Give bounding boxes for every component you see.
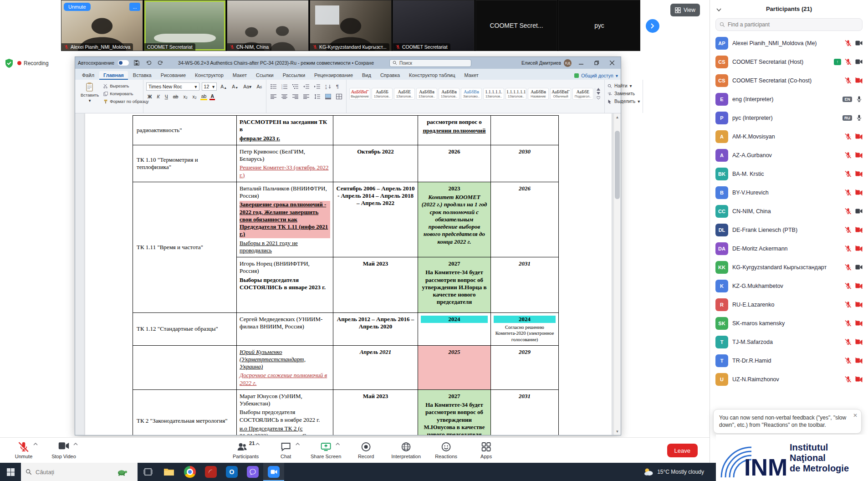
minimize-icon[interactable] [575,57,587,69]
style-card[interactable]: АаБбЕ1Заголов.. [394,88,415,100]
participant-row[interactable]: CS COOMET Secretariat (Host) ↑ [710,52,868,71]
find-button[interactable]: Найти▾ [608,82,640,90]
red-app-button[interactable] [200,463,221,481]
redo-icon[interactable] [156,59,164,67]
ribbon-tab-8[interactable]: Рецензирование [310,71,357,80]
taskbar-search[interactable] [21,463,138,481]
superscript-button[interactable]: x2 [191,94,198,99]
participant-search-input[interactable] [728,21,858,28]
clear-format-button[interactable]: Аб [255,84,263,89]
style-card[interactable]: 1.1.1.1.1.1Заголов.. [483,88,504,100]
style-card[interactable]: АаБбВвГОбычный [550,88,571,100]
word-account[interactable]: Елисей Дмитриев ЕД [521,59,572,67]
increase-indent-button[interactable] [313,84,322,89]
participant-search[interactable] [715,18,863,31]
video-tile[interactable]: рус [558,0,640,51]
bullets-button[interactable] [269,84,278,89]
close-icon[interactable] [606,57,618,69]
next-videos-button[interactable] [646,19,659,33]
video-tile[interactable]: KG-Kyrgyzstandard Кыргызст... [310,0,392,51]
zoom-app-button[interactable] [263,463,284,481]
style-card[interactable]: АаБбВв1Заголов.. [416,88,437,100]
styles-gallery-arrows[interactable] [595,88,602,99]
outlook-button[interactable]: O [221,463,242,481]
subscript-button[interactable]: x2 [182,94,189,99]
style-card[interactable]: АаБбВвНазвание [528,88,549,100]
decrease-indent-button[interactable] [302,84,311,89]
underline-button[interactable]: Ч [163,94,169,99]
participant-row[interactable]: B BY-V.Hurevich [710,183,868,202]
toolbar-unmute-button[interactable]: Unmute [4,438,44,463]
ribbon-tab-6[interactable]: Ссылки [252,71,278,80]
ribbon-tab-3[interactable]: Рисование [157,71,190,80]
ribbon-tab-5[interactable]: Макет [229,71,251,80]
select-button[interactable]: Выделить▾ [608,97,640,105]
participant-row[interactable]: T TJ-M.Safarzoda [710,333,868,351]
participant-row[interactable]: SK SK-maros kamensky [710,314,868,333]
bold-button[interactable]: Ж [146,94,153,99]
cut-button[interactable]: Вырезать [103,82,148,89]
toolbar-stop-video-button[interactable]: Stop Video [44,438,84,463]
highlight-color-button[interactable]: ab [200,93,208,100]
ribbon-tab-4[interactable]: Конструктор [191,71,228,80]
ribbon-tab-2[interactable]: Вставка [129,71,156,80]
unmute-overlay-button[interactable]: Unmute [64,3,91,11]
italic-button[interactable]: К [156,94,161,99]
multilevel-list-button[interactable] [291,84,300,89]
video-tile[interactable]: COOMET Secret... [475,0,557,51]
ribbon-tab-1[interactable]: Главная [99,71,128,80]
strikethrough-button[interactable]: ab [172,94,180,99]
video-tile[interactable]: COOMET Secretariat [393,0,475,51]
start-button[interactable] [0,463,21,481]
change-case-button[interactable]: Аа▾ [242,84,253,89]
shared-screen-word-window[interactable]: Автосохранение 34-WS-06.2+3 Authentics C… [75,56,621,435]
participant-row[interactable]: CS COOMET Secretariat (Co-host) [710,71,868,90]
align-right-button[interactable] [291,94,300,99]
participant-row[interactable]: CC CN-NIM, China [710,202,868,220]
ribbon-tab-10[interactable]: Справка [376,71,404,80]
weather-widget[interactable]: 15°C Mostly cloudy [639,463,709,481]
ribbon-tab-9[interactable]: Вид [358,71,375,80]
style-card[interactable]: АаБбВвГВыделение [349,88,370,100]
ribbon-tab-0[interactable]: Файл [78,71,98,80]
font-color-button[interactable]: А [209,93,215,100]
close-icon[interactable]: ✕ [853,412,858,419]
task-view-button[interactable] [138,463,158,481]
video-tile[interactable]: Alexei Pianih_NMI_MoldovaUnmute... [61,0,143,51]
participant-row[interactable]: E eng (Interpreter) EN [710,90,868,108]
undo-icon[interactable] [144,59,153,67]
viber-button[interactable] [242,463,263,481]
save-icon[interactable] [133,59,141,67]
font-name-select[interactable]: Times New Roc▾ [146,82,199,91]
view-button[interactable]: View [670,4,700,16]
toolbar-share-screen-button[interactable]: Share Screen [306,438,346,463]
replace-button[interactable]: Заменить [608,90,640,97]
pilcrow-button[interactable]: ¶ [335,84,342,89]
chrome-button[interactable] [179,463,200,481]
file-explorer-button[interactable] [158,463,179,481]
ribbon-tab-7[interactable]: Рассылки [279,71,309,80]
scroll-down-icon[interactable]: ▼ [614,428,621,435]
document-area[interactable]: радиоактивность"РАССМОТРЕН на заседании … [75,113,621,435]
chevron-up-icon[interactable] [73,441,78,446]
taskbar-search-input[interactable] [36,469,113,476]
share-document-button[interactable]: Общий доступ ▾ [574,73,618,80]
scrollbar-thumb[interactable] [615,131,620,199]
copy-button[interactable]: Копировать [103,90,148,97]
style-card[interactable]: 1.1.1.1.1.1.1Заголов.. [505,88,526,100]
style-card[interactable]: АаБбЕПодзагол.. [572,88,593,100]
paste-button[interactable]: Вставить▾ [78,82,102,106]
grow-font-button[interactable]: А▲ [219,84,228,89]
scroll-up-icon[interactable]: ▲ [614,113,621,121]
participant-row[interactable]: BK BA-M. Krstic [710,164,868,183]
style-card[interactable]: АаБбБ1Заголов.. [372,88,393,100]
toolbar-interpretation-button[interactable]: Interpretation [386,438,426,463]
chevron-up-icon[interactable] [336,441,340,446]
participant-row[interactable]: AP Alexei Pianih_NMI_Moldova (Me) [710,34,868,52]
toolbar-apps-button[interactable]: Apps [466,438,506,463]
toolbar-participants-button[interactable]: 21Participants [226,438,266,463]
participant-row[interactable]: U UZ-N.Raimzhonov [710,370,868,389]
restore-icon[interactable] [591,57,602,69]
participant-row[interactable]: T TR-Dr.R.Hamid [710,351,868,370]
chevron-up-icon[interactable] [296,441,300,446]
